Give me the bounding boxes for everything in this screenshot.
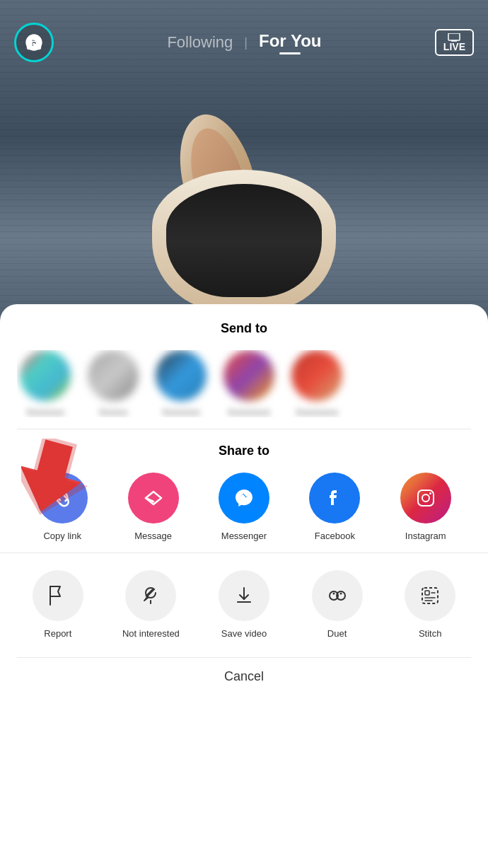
actions-row: Report Not interested [0,553,488,652]
messenger-icon-circle [219,473,269,523]
save-video-label: Save video [221,628,267,640]
messenger-item[interactable]: Messenger [216,473,272,541]
camera-button[interactable] [14,23,54,62]
svg-rect-5 [448,33,460,40]
duet-item[interactable]: Duet [306,570,369,640]
duet-icon [325,584,349,608]
save-video-icon [232,584,256,608]
duet-label: Duet [327,628,347,640]
not-interested-icon-circle [125,570,176,621]
duet-icon-circle [312,570,363,621]
svg-point-22 [332,593,335,595]
message-label: Message [134,531,172,541]
svg-rect-25 [425,591,429,595]
report-item[interactable]: Report [26,570,90,640]
contact-avatar-1 [20,350,71,401]
contact-item-1[interactable]: Xxxxxxxx [17,350,74,417]
stitch-item[interactable]: Stitch [398,570,462,640]
contact-name-2: Xxxxxx [98,407,127,417]
message-item[interactable]: Message [125,473,182,541]
contact-item-4[interactable]: Xxxxxxxxx [221,350,277,417]
not-interested-icon [139,584,163,608]
contacts-row: Xxxxxxxx Xxxxxx Xxxxxxxx Xxxxxxxxx Xxxxx… [17,350,471,417]
contact-name-1: Xxxxxxxx [26,407,64,417]
svg-point-14 [429,492,431,494]
contact-name-4: Xxxxxxxxx [228,407,271,417]
for-you-tab[interactable]: For You [259,31,321,54]
svg-point-4 [37,40,39,42]
live-button[interactable]: LIVE [435,29,474,56]
not-interested-label: Not interested [122,628,180,640]
live-label: LIVE [443,42,465,52]
stitch-label: Stitch [419,628,442,640]
svg-marker-9 [21,439,98,523]
report-label: Report [44,628,71,640]
svg-rect-2 [32,37,37,40]
messenger-icon [231,485,257,511]
contact-avatar-4 [223,350,274,401]
messenger-label: Messenger [221,531,267,541]
copy-link-label: Copy link [43,531,81,541]
report-icon [46,584,70,608]
instagram-icon-circle [400,473,451,523]
svg-marker-10 [146,492,161,504]
contact-item-3[interactable]: Xxxxxxxx [153,350,209,417]
svg-point-13 [422,494,429,502]
instagram-item[interactable]: Instagram [397,473,454,541]
facebook-label: Facebook [315,531,355,541]
save-video-icon-circle [219,570,269,621]
nav-divider: | [244,35,248,50]
contact-avatar-5 [291,350,342,401]
stitch-icon-circle [405,570,455,621]
svg-point-23 [339,593,342,595]
contact-avatar-3 [156,350,207,401]
save-video-item[interactable]: Save video [212,570,276,640]
not-interested-item[interactable]: Not interested [119,570,182,640]
facebook-icon [321,485,348,511]
message-icon-circle [128,473,179,523]
instagram-icon [412,485,439,511]
contact-avatar-2 [88,350,139,401]
contact-item-2[interactable]: Xxxxxx [85,350,141,417]
dog-head-shape [152,170,336,311]
instagram-label: Instagram [405,531,446,541]
send-to-title: Send to [17,321,471,336]
facebook-icon-circle [309,473,360,523]
stitch-icon [418,584,442,608]
cancel-section: Cancel [0,652,488,712]
dog-illustration [138,113,350,311]
svg-point-3 [33,43,35,46]
bottom-sheet: Send to Xxxxxxxx Xxxxxx Xxxxxxxx Xxxxxxx… [0,304,488,868]
camera-icon [24,33,44,52]
cancel-button[interactable]: Cancel [17,657,471,695]
contact-name-5: Xxxxxxxxx [296,407,339,417]
top-bar: Following | For You LIVE [0,0,488,71]
following-tab[interactable]: Following [167,33,233,52]
nav-tabs: Following | For You [167,31,321,54]
red-arrow [21,439,106,523]
message-icon [140,485,167,511]
facebook-item[interactable]: Facebook [306,473,363,541]
send-to-section: Send to Xxxxxxxx Xxxxxx Xxxxxxxx Xxxxxxx… [0,304,488,429]
svg-rect-12 [418,490,434,506]
report-icon-circle [33,570,83,621]
contact-item-5[interactable]: Xxxxxxxxx [289,350,345,417]
contact-name-3: Xxxxxxxx [162,407,200,417]
